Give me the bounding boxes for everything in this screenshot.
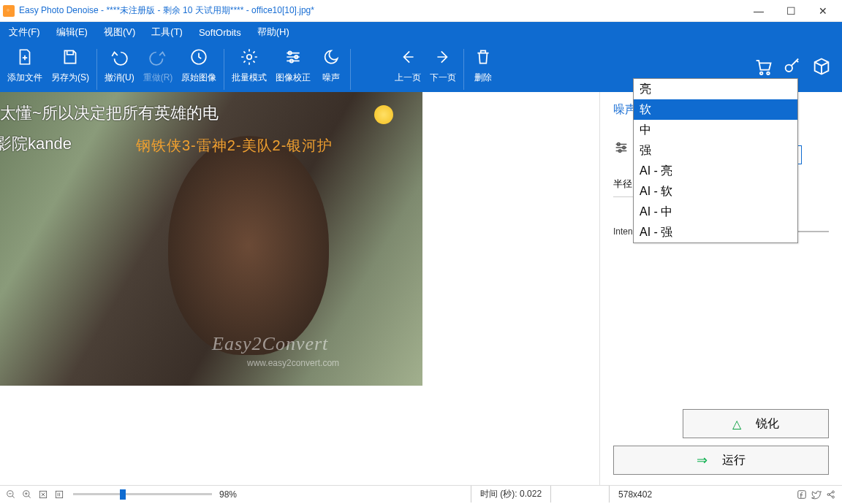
noise-button[interactable]: 噪声: [315, 42, 347, 92]
sharpen-button[interactable]: △ 锐化: [683, 409, 829, 438]
statusbar: 98% 时间 (秒): 0.022 578x402: [0, 485, 842, 503]
facebook-icon[interactable]: [795, 488, 808, 501]
sharpen-label: 锐化: [756, 416, 779, 432]
moon-icon: [321, 47, 341, 67]
twitter-icon[interactable]: [810, 488, 823, 501]
prev-page-button[interactable]: 上一页: [390, 42, 425, 92]
svg-rect-15: [798, 490, 806, 498]
overlay-text-3: 钢铁侠3-雷神2-美队2-银河护: [136, 136, 333, 156]
zoom-out-button[interactable]: [4, 488, 18, 501]
preset-option[interactable]: 软: [634, 99, 797, 120]
zoom-slider[interactable]: [73, 493, 212, 495]
redo-icon: [148, 47, 168, 67]
package-icon[interactable]: [811, 56, 832, 79]
menubar: 文件(F) 编辑(E) 视图(V) 工具(T) SoftOrbits 帮助(H): [0, 22, 842, 42]
preset-option[interactable]: AI - 中: [634, 202, 797, 222]
key-icon[interactable]: [782, 56, 803, 79]
menu-help[interactable]: 帮助(H): [254, 22, 292, 42]
fit-button[interactable]: [37, 488, 50, 501]
preset-option[interactable]: 强: [634, 140, 797, 161]
svg-rect-14: [56, 491, 62, 497]
zoom-value: 98%: [219, 489, 237, 500]
add-file-icon: [15, 47, 35, 67]
zoom-in-button[interactable]: [20, 488, 34, 501]
cart-icon[interactable]: [753, 56, 773, 79]
image-preview: 卜太懂~所以决定把所有英雄的电 影院kande 钢铁侠3-雷神2-美队2-银河护…: [0, 92, 422, 386]
menu-tools[interactable]: 工具(T): [148, 22, 186, 42]
arrow-left-icon: [398, 47, 418, 67]
preset-dropdown[interactable]: 亮 软 中 强 AI - 亮 AI - 软 AI - 中 AI - 强: [633, 78, 798, 243]
overlay-text-1: 卜太懂~所以决定把所有英雄的电: [0, 102, 219, 124]
close-button[interactable]: ✕: [807, 0, 839, 22]
batch-mode-button[interactable]: 批量模式: [227, 42, 271, 92]
app-icon: [3, 5, 15, 17]
preset-option[interactable]: AI - 软: [634, 181, 797, 202]
time-value: 时间 (秒): 0.022: [471, 486, 550, 503]
preset-option[interactable]: 中: [634, 120, 797, 140]
menu-file[interactable]: 文件(F): [6, 22, 43, 42]
next-page-button[interactable]: 下一页: [425, 42, 460, 92]
save-icon: [60, 47, 80, 67]
svg-point-7: [786, 64, 792, 71]
triangle-icon: △: [732, 417, 741, 431]
trash-icon: [473, 47, 493, 67]
undo-button[interactable]: 撤消(U): [100, 42, 139, 92]
svg-point-6: [767, 72, 770, 75]
run-button[interactable]: ⇒ 运行: [613, 446, 829, 475]
history-icon: [189, 47, 209, 67]
overlay-text-2: 影院kande: [0, 133, 72, 155]
dimensions-value: 578x402: [609, 486, 661, 503]
smiley-icon: [374, 105, 393, 124]
sliders-icon: [283, 47, 303, 67]
actual-size-button[interactable]: [53, 488, 66, 501]
menu-softorbits[interactable]: SoftOrbits: [196, 22, 244, 42]
redo-button: 重做(R): [139, 42, 178, 92]
window-title: Easy Photo Denoise - ****未注册版 - 剩余 10 天试…: [19, 4, 314, 17]
maximize-button[interactable]: ☐: [775, 0, 807, 22]
preset-option[interactable]: 亮: [634, 79, 797, 99]
save-as-button[interactable]: 另存为(S): [47, 42, 94, 92]
menu-edit[interactable]: 编辑(E): [53, 22, 91, 42]
delete-button[interactable]: 删除: [467, 42, 499, 92]
svg-point-1: [247, 55, 252, 60]
canvas-area[interactable]: 卜太懂~所以决定把所有英雄的电 影院kande 钢铁侠3-雷神2-美队2-银河护…: [0, 92, 599, 485]
arrow-right-icon: [433, 47, 453, 67]
preset-option[interactable]: AI - 亮: [634, 161, 797, 181]
gear-icon: [239, 47, 259, 67]
run-label: 运行: [722, 453, 746, 468]
watermark-1: Easy2Convert: [212, 333, 328, 355]
share-icon[interactable]: [824, 488, 838, 501]
menu-view[interactable]: 视图(V): [101, 22, 138, 42]
titlebar: Easy Photo Denoise - ****未注册版 - 剩余 10 天试…: [0, 0, 842, 22]
add-file-button[interactable]: 添加文件: [3, 42, 47, 92]
undo-icon: [109, 47, 129, 67]
image-correct-button[interactable]: 图像校正: [271, 42, 315, 92]
minimize-button[interactable]: ―: [743, 0, 775, 22]
original-image-button[interactable]: 原始图像: [177, 42, 221, 92]
preset-option[interactable]: AI - 强: [634, 222, 797, 243]
watermark-2: www.easy2convert.com: [247, 358, 339, 368]
svg-point-5: [760, 72, 763, 75]
run-arrow-icon: ⇒: [697, 452, 708, 468]
preset-icon: [613, 129, 629, 158]
